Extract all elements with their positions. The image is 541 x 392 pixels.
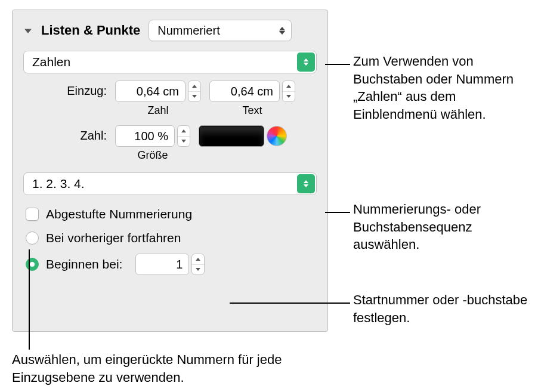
svg-marker-10	[181, 140, 186, 143]
svg-marker-3	[304, 58, 308, 61]
continue-radio[interactable]	[26, 232, 39, 245]
indent-label: Einzug:	[59, 81, 107, 98]
tiered-label: Abgestufte Nummerierung	[46, 207, 192, 221]
stepper-up-icon[interactable]	[283, 81, 295, 92]
section-header: Listen & Punkte Nummeriert	[23, 20, 317, 41]
continue-prev-row: Bei vorheriger fortfahren	[23, 226, 317, 250]
popup-indicator-icon	[297, 53, 315, 72]
start-at-label: Beginnen bei:	[46, 257, 122, 271]
disclosure-triangle-icon[interactable]	[23, 26, 33, 35]
start-at-radio[interactable]	[26, 258, 39, 271]
svg-marker-11	[304, 180, 308, 183]
indent-row: Einzug: 0,64 cm Zahl 0,64 cm	[59, 81, 317, 117]
start-at-stepper[interactable]	[191, 254, 205, 275]
number-type-value: Zahlen	[32, 55, 70, 69]
indent-text-sublabel: Text	[242, 104, 262, 117]
annotation-tiered: Auswählen, um eingerückte Nummern für je…	[12, 351, 298, 386]
svg-marker-8	[286, 95, 291, 98]
updown-icon	[279, 27, 285, 35]
leader-line	[29, 249, 30, 350]
indent-text-input[interactable]: 0,64 cm	[209, 81, 280, 102]
sequence-value: 1. 2. 3. 4.	[32, 177, 85, 191]
svg-marker-1	[279, 27, 285, 30]
svg-marker-5	[192, 85, 197, 88]
tiered-numbering-row: Abgestufte Nummerierung	[23, 202, 317, 226]
svg-marker-0	[24, 29, 32, 33]
svg-marker-14	[196, 268, 200, 271]
svg-marker-13	[196, 258, 200, 261]
indent-number-input[interactable]: 0,64 cm	[115, 81, 186, 102]
stepper-down-icon[interactable]	[188, 92, 200, 102]
indent-text-stepper[interactable]	[282, 81, 295, 102]
inspector-panel: Listen & Punkte Nummeriert Zahlen Einzug…	[12, 10, 328, 332]
color-well[interactable]	[199, 125, 264, 147]
stepper-up-icon[interactable]	[178, 126, 190, 137]
start-at-input[interactable]: 1	[135, 254, 189, 275]
zahl-label: Zahl:	[59, 125, 107, 143]
size-stepper[interactable]	[177, 125, 190, 147]
continue-label: Bei vorheriger fortfahren	[46, 231, 181, 245]
size-sublabel: Größe	[137, 149, 168, 162]
svg-marker-12	[304, 184, 308, 187]
sequence-popup[interactable]: 1. 2. 3. 4.	[23, 172, 317, 195]
number-type-popup[interactable]: Zahlen	[23, 51, 317, 73]
popup-indicator-icon	[297, 174, 315, 193]
svg-marker-4	[304, 63, 308, 66]
indent-number-sublabel: Zahl	[147, 104, 168, 117]
color-picker-icon[interactable]	[267, 126, 287, 146]
leader-line	[230, 303, 350, 304]
stepper-down-icon[interactable]	[192, 265, 204, 275]
list-type-dropdown[interactable]: Nummeriert	[149, 20, 292, 41]
svg-marker-9	[181, 129, 186, 132]
svg-marker-6	[192, 95, 197, 98]
list-type-value: Nummeriert	[157, 24, 220, 38]
svg-marker-2	[279, 31, 285, 35]
section-title: Listen & Punkte	[41, 23, 140, 38]
zahl-row: Zahl: 100 % Größe	[59, 125, 317, 162]
indent-number-stepper[interactable]	[188, 81, 201, 102]
start-at-row: Beginnen bei: 1	[23, 250, 317, 279]
tiered-checkbox[interactable]	[26, 208, 39, 221]
svg-marker-7	[286, 85, 291, 88]
leader-line	[325, 64, 350, 65]
annotation-zahlen: Zum Verwenden von Buchstaben oder Nummer…	[353, 53, 532, 124]
stepper-down-icon[interactable]	[178, 137, 190, 147]
stepper-down-icon[interactable]	[283, 92, 295, 102]
size-input[interactable]: 100 %	[115, 125, 175, 147]
stepper-up-icon[interactable]	[192, 254, 204, 265]
stepper-up-icon[interactable]	[188, 81, 200, 92]
annotation-sequence: Nummerierungs- oder Buchstabensequenz au…	[353, 200, 532, 254]
leader-line	[325, 212, 350, 213]
annotation-start: Startnummer oder -buchstabe festlegen.	[353, 291, 532, 326]
